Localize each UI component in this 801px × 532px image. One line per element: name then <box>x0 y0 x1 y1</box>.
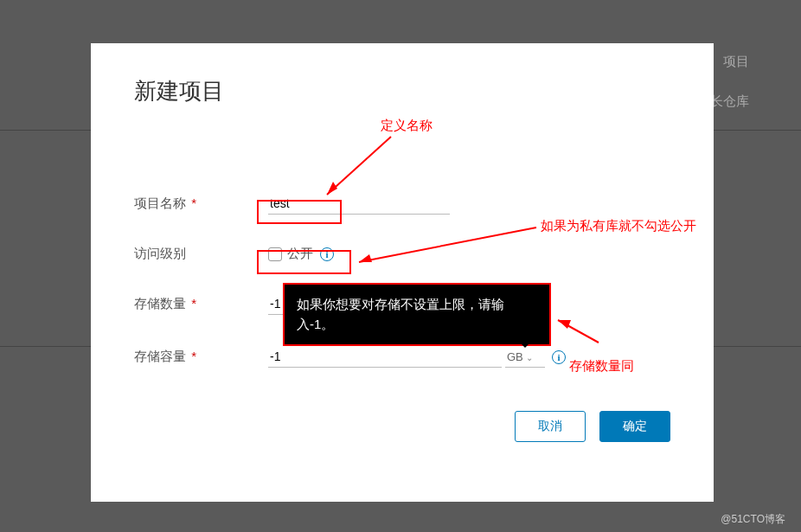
public-checkbox-label: 公开 <box>287 246 313 262</box>
tooltip-storage-limit: 如果你想要对存储不设置上限，请输入-1。 <box>283 283 551 346</box>
label-quota: 存储数量 <box>134 296 186 311</box>
ann-define-name: 定义名称 <box>381 118 433 134</box>
label-capacity: 存储容量 <box>134 349 186 363</box>
info-icon[interactable]: i <box>552 350 566 364</box>
bg-tab-repos: 长仓库 <box>710 93 749 110</box>
modal-title: 新建项目 <box>134 76 670 106</box>
info-icon[interactable]: i <box>320 247 334 261</box>
row-access-level: 访问级别 公开 i <box>134 246 670 262</box>
watermark: @51CTO博客 <box>721 512 785 527</box>
create-project-modal: 新建项目 项目名称 * 访问级别 公开 i 存储数量 * 存储容量 * GB ⌄… <box>91 43 714 502</box>
capacity-input[interactable] <box>268 346 502 368</box>
project-name-input[interactable] <box>268 193 450 215</box>
public-checkbox[interactable] <box>268 247 282 261</box>
ann-private: 如果为私有库就不勾选公开 <box>541 218 696 234</box>
row-project-name: 项目名称 * <box>134 193 670 215</box>
ann-quota-same: 存储数量同 <box>569 358 634 375</box>
bg-tab-projects: 项目 <box>723 54 749 70</box>
label-project-name: 项目名称 <box>134 195 186 210</box>
ok-button[interactable]: 确定 <box>599 411 670 442</box>
label-access-level: 访问级别 <box>134 246 186 260</box>
cancel-button[interactable]: 取消 <box>515 411 586 442</box>
